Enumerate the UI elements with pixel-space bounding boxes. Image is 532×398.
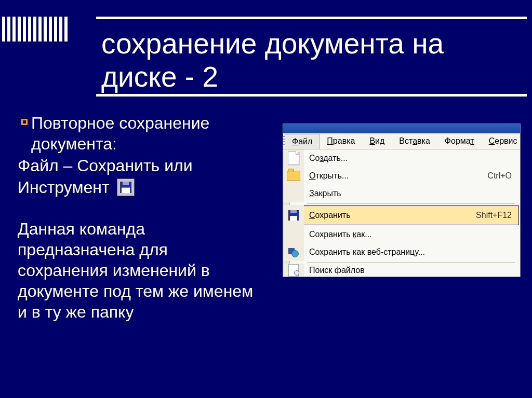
file-dropdown: Создать... Открыть... Ctrl+O Закрыть Сох… xyxy=(283,149,520,277)
word-window: Файл Правка Вид Вставка Формат Сервис Со… xyxy=(283,123,521,277)
floppy-icon xyxy=(117,179,135,196)
separator-1 xyxy=(307,203,515,204)
line-file-save: Файл – Сохранить или xyxy=(18,155,257,176)
word-menubar: Файл Правка Вид Вставка Формат Сервис xyxy=(283,133,520,149)
menu-edit[interactable]: Правка xyxy=(320,133,362,149)
menu-view[interactable]: Вид xyxy=(362,133,392,149)
menu-insert[interactable]: Вставка xyxy=(392,133,437,149)
save-floppy-icon xyxy=(288,210,299,221)
shortcut-save: Shift+F12 xyxy=(476,211,520,220)
save-web-icon xyxy=(288,247,299,257)
bullet-main: Повторное сохранение документа: xyxy=(18,113,257,154)
shortcut-open: Ctrl+O xyxy=(487,171,520,181)
decorative-bars xyxy=(2,17,68,42)
word-titlebar xyxy=(283,124,520,133)
paragraph: Данная команда предназначена для сохране… xyxy=(18,218,257,322)
slide-title: сохранение документа на диске - 2 xyxy=(101,27,511,93)
menu-item-save[interactable]: Сохранить Shift+F12 xyxy=(283,205,520,226)
search-files-icon xyxy=(288,264,299,277)
menu-service[interactable]: Сервис xyxy=(482,133,525,149)
line-instrument-text: Инструмент xyxy=(18,177,110,198)
menu-file[interactable]: Файл xyxy=(285,134,320,149)
bullet-main-text: Повторное сохранение документа: xyxy=(31,113,257,154)
separator-2 xyxy=(307,262,515,263)
rule-top xyxy=(96,17,527,19)
menu-item-search-files[interactable]: Поиск файлов xyxy=(283,264,520,277)
menu-item-open[interactable]: Открыть... Ctrl+O xyxy=(283,167,520,185)
menu-item-close[interactable]: Закрыть xyxy=(283,185,520,202)
rule-bottom xyxy=(96,94,527,97)
open-folder-icon xyxy=(287,171,300,181)
menu-item-saveas[interactable]: Сохранить как... xyxy=(283,226,520,243)
menu-format[interactable]: Формат xyxy=(437,133,482,149)
menu-item-new[interactable]: Создать... xyxy=(283,149,520,167)
line-instrument-row: Инструмент xyxy=(18,177,257,198)
new-doc-icon xyxy=(288,152,299,165)
menu-item-save-web[interactable]: Сохранить как веб-страницу... xyxy=(283,243,520,261)
